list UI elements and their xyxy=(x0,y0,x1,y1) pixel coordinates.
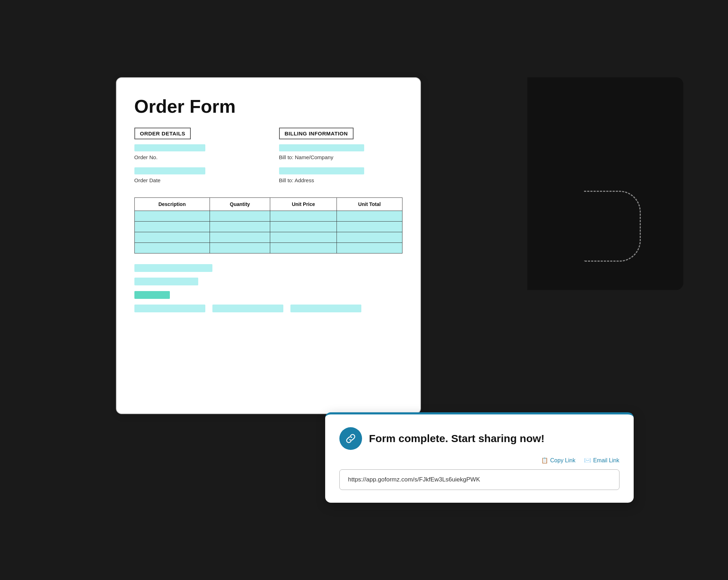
cell-fill xyxy=(210,211,270,221)
cell-fill xyxy=(270,222,337,232)
popup-actions: 📋 Copy Link ✉️ Email Link xyxy=(339,457,619,464)
cell-fill xyxy=(337,222,402,232)
popup-title: Form complete. Start sharing now! xyxy=(369,433,545,445)
order-date-label: Order Date xyxy=(134,177,258,183)
copy-link-button[interactable]: 📋 Copy Link xyxy=(541,457,576,464)
extra-bar xyxy=(134,264,212,272)
cell-fill xyxy=(210,232,270,242)
bill-name-label: Bill to: Name/Company xyxy=(279,154,402,160)
extra-bar xyxy=(134,278,198,285)
order-no-bar xyxy=(134,144,205,151)
email-link-label: Email Link xyxy=(593,457,619,464)
cell-fill xyxy=(270,211,337,221)
extra-bar-row xyxy=(134,278,402,285)
sharing-popup: Form complete. Start sharing now! 📋 Copy… xyxy=(325,412,634,503)
cell-fill xyxy=(135,232,210,242)
order-date-bar xyxy=(134,167,205,174)
chain-link-icon xyxy=(344,432,357,445)
bill-address-label: Bill to: Address xyxy=(279,177,402,183)
cell-fill xyxy=(210,222,270,232)
table-row xyxy=(134,222,402,232)
cell-fill xyxy=(135,243,210,253)
cell-fill xyxy=(337,243,402,253)
left-section: ORDER DETAILS Order No. Order Date xyxy=(134,128,258,189)
table-row xyxy=(134,243,402,253)
order-details-fields: Order No. Order Date xyxy=(134,144,258,189)
url-display: https://app.goformz.com/s/FJkfEw3Ls6uiek… xyxy=(339,469,619,490)
email-icon: ✉️ xyxy=(584,457,591,464)
order-details-header: ORDER DETAILS xyxy=(134,128,191,139)
col-unit-price: Unit Price xyxy=(270,198,337,211)
form-sections: ORDER DETAILS Order No. Order Date BILLI… xyxy=(134,128,402,189)
copy-icon: 📋 xyxy=(541,457,548,464)
order-form-card: Order Form ORDER DETAILS Order No. Order… xyxy=(116,77,421,414)
dashed-arc-decoration xyxy=(584,191,641,262)
extra-bar-row xyxy=(134,291,402,299)
extra-bar xyxy=(134,305,205,312)
cell-fill xyxy=(270,232,337,242)
copy-link-label: Copy Link xyxy=(550,457,576,464)
extra-bar xyxy=(212,305,283,312)
bill-name-bar xyxy=(279,144,364,151)
right-section: BILLING INFORMATION Bill to: Name/Compan… xyxy=(279,128,402,189)
cell-fill xyxy=(135,211,210,221)
email-link-button[interactable]: ✉️ Email Link xyxy=(584,457,619,464)
extra-bar xyxy=(290,305,361,312)
table-row xyxy=(134,211,402,222)
col-unit-total: Unit Total xyxy=(337,198,402,211)
table-row xyxy=(134,232,402,243)
link-icon-circle xyxy=(339,427,362,450)
billing-info-header: BILLING INFORMATION xyxy=(279,128,354,139)
form-title: Order Form xyxy=(134,96,402,117)
order-table: Description Quantity Unit Price Unit Tot… xyxy=(134,197,402,253)
col-description: Description xyxy=(134,198,210,211)
billing-fields: Bill to: Name/Company Bill to: Address xyxy=(279,144,402,189)
cell-fill xyxy=(337,232,402,242)
extra-bar-row xyxy=(134,264,402,272)
order-no-label: Order No. xyxy=(134,154,258,160)
cell-fill xyxy=(135,222,210,232)
extra-bar-row-multi xyxy=(134,305,402,312)
cell-fill xyxy=(270,243,337,253)
cell-fill xyxy=(210,243,270,253)
extra-bar-accent xyxy=(134,291,170,299)
extra-bars xyxy=(134,264,402,312)
cell-fill xyxy=(337,211,402,221)
bill-address-bar xyxy=(279,167,364,174)
popup-header: Form complete. Start sharing now! xyxy=(339,427,619,450)
col-quantity: Quantity xyxy=(210,198,270,211)
